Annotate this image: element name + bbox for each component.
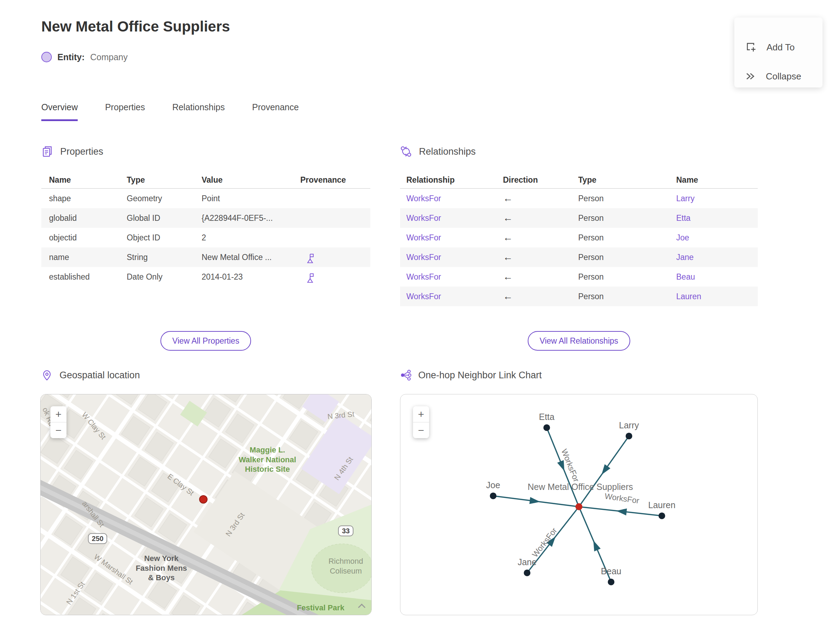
coliseum-lawn [312, 544, 371, 593]
relationships-table: Relationship Direction Type Name WorksFo… [400, 172, 758, 306]
add-to-button[interactable]: Add To [745, 41, 794, 53]
tab-overview[interactable]: Overview [41, 102, 78, 121]
edge-arrow-icon [598, 464, 610, 477]
table-row[interactable]: WorksFor←PersonJoe [400, 228, 758, 247]
geospatial-section-title: Geospatial location [59, 370, 140, 381]
table-row[interactable]: objectidObject ID2 [41, 228, 370, 247]
relationship-link[interactable]: WorksFor [406, 228, 441, 247]
table-row[interactable]: WorksFor←PersonLarry [400, 189, 758, 208]
relationship-type: Person [578, 247, 604, 267]
map-zoom-control: + − [50, 406, 67, 438]
map-canvas [41, 394, 371, 615]
relationship-link[interactable]: WorksFor [406, 267, 441, 287]
geospatial-section-header: Geospatial location [41, 370, 140, 381]
col-provenance: Provenance [300, 172, 346, 188]
entity-type-icon [41, 52, 52, 62]
entity-label: Entity: [57, 52, 85, 62]
property-type: Global ID [127, 208, 160, 228]
relationship-type: Person [578, 267, 604, 287]
person-node[interactable] [544, 424, 550, 431]
location-marker [199, 496, 207, 503]
view-all-relationships-button[interactable]: View All Relationships [528, 331, 630, 351]
property-name: globalid [49, 208, 76, 228]
person-node[interactable] [524, 570, 531, 576]
zoom-out-button[interactable]: − [413, 422, 429, 438]
map[interactable]: ok RdW Clay Starshall StW Marshall StE C… [40, 394, 372, 615]
entity-link[interactable]: Larry [676, 189, 694, 208]
table-row[interactable]: WorksFor←PersonJane [400, 247, 758, 267]
entity-link[interactable]: Jane [676, 247, 694, 267]
map-pin-icon [41, 370, 52, 381]
add-to-label: Add To [767, 42, 794, 53]
linkchart-section-title: One-hop Neighbor Link Chart [418, 370, 542, 381]
zoom-in-button[interactable]: + [413, 406, 429, 422]
person-node[interactable] [659, 513, 665, 519]
node-label: Joe [486, 480, 500, 490]
relationship-link[interactable]: WorksFor [406, 247, 441, 267]
direction-arrow: ← [503, 267, 513, 287]
collapse-button[interactable]: Collapse [745, 71, 801, 82]
property-type: String [127, 247, 148, 267]
edge-arrow-icon [590, 539, 601, 551]
chart-zoom-control: + − [413, 406, 429, 438]
entity-link[interactable]: Etta [676, 208, 690, 228]
relationship-link[interactable]: WorksFor [406, 208, 441, 228]
entity-link[interactable]: Joe [676, 228, 689, 247]
property-name: name [49, 247, 69, 267]
relationship-link[interactable]: WorksFor [406, 189, 441, 208]
col-type: Type [127, 172, 145, 188]
properties-section-title: Properties [60, 146, 103, 157]
tab-provenance[interactable]: Provenance [252, 102, 299, 121]
tab-properties[interactable]: Properties [105, 102, 145, 121]
provenance-flag-icon[interactable] [305, 270, 315, 290]
tab-relationships[interactable]: Relationships [172, 102, 225, 121]
table-row[interactable]: WorksFor←PersonBeau [400, 267, 758, 287]
direction-arrow: ← [503, 189, 513, 208]
relationships-section-header: Relationships [400, 146, 476, 157]
collapse-label: Collapse [766, 71, 801, 82]
relationship-link[interactable]: WorksFor [406, 287, 441, 306]
table-row[interactable]: nameStringNew Metal Office ... [41, 247, 370, 267]
link-chart[interactable]: WorksForWorksForWorksForEttaLarryJoeLaur… [400, 394, 758, 615]
relationship-type: Person [578, 208, 604, 228]
edge-arrow-icon [616, 507, 627, 515]
direction-arrow: ← [503, 228, 513, 247]
zoom-in-button[interactable]: + [50, 406, 67, 422]
entity-row: Entity: Company [41, 52, 128, 62]
table-row[interactable]: WorksFor←PersonEtta [400, 208, 758, 228]
node-label: Etta [539, 412, 555, 422]
entity-link[interactable]: Beau [676, 267, 695, 287]
property-name: objectid [49, 228, 76, 247]
property-name: established [49, 267, 90, 287]
center-entity-node[interactable] [575, 503, 582, 510]
collapse-icon [745, 71, 756, 82]
property-type: Date Only [127, 267, 162, 287]
properties-table-body: shapeGeometryPointglobalidGlobal ID{A228… [41, 189, 370, 287]
person-node[interactable] [608, 579, 615, 585]
relationships-table-body: WorksFor←PersonLarryWorksFor←PersonEttaW… [400, 189, 758, 306]
table-row[interactable]: globalidGlobal ID{A228944F-0EF5-... [41, 208, 370, 228]
entity-type-value: Company [90, 52, 128, 62]
table-row[interactable]: WorksFor←PersonLauren [400, 287, 758, 306]
node-label: Larry [619, 420, 639, 430]
edge-label: WorksFor [530, 526, 559, 559]
table-row[interactable]: establishedDate Only2014-01-23 [41, 267, 370, 287]
relationship-type: Person [578, 287, 604, 306]
property-type: Object ID [127, 228, 160, 247]
actions-panel: Add To Collapse [734, 17, 822, 87]
node-label: Jane [518, 557, 536, 567]
col-name: Name [676, 172, 698, 188]
view-all-properties-button[interactable]: View All Properties [160, 331, 251, 351]
relationships-table-header: Relationship Direction Type Name [400, 172, 758, 188]
direction-arrow: ← [503, 208, 513, 228]
property-value: 2014-01-23 [202, 267, 243, 287]
link-chart-icon [400, 370, 411, 381]
table-row[interactable]: shapeGeometryPoint [41, 189, 370, 208]
property-value: Point [202, 189, 220, 208]
entity-link[interactable]: Lauren [676, 287, 702, 306]
zoom-out-button[interactable]: − [50, 422, 67, 438]
person-node[interactable] [490, 493, 496, 499]
properties-section-header: Properties [41, 146, 103, 157]
relationship-type: Person [578, 189, 604, 208]
person-node[interactable] [626, 433, 632, 440]
